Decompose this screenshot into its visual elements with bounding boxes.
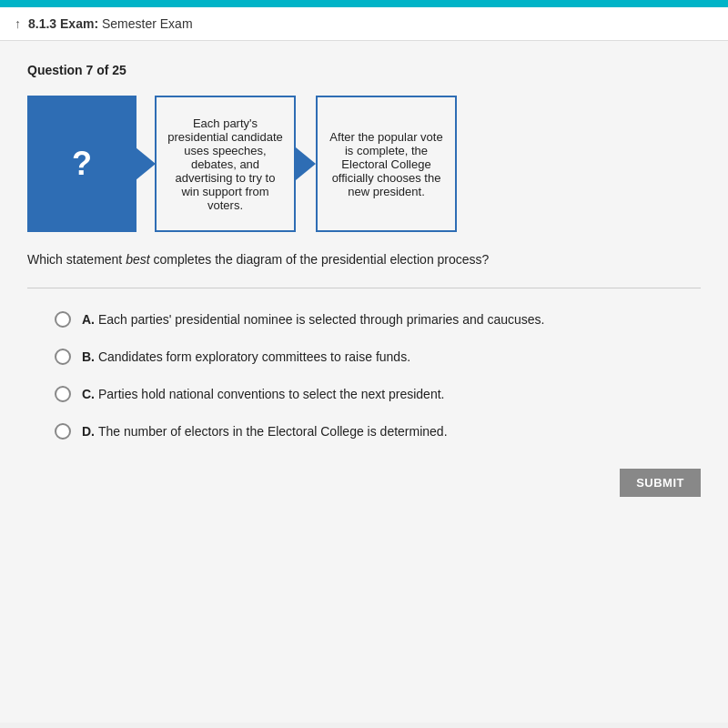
options-list: A. Each parties' presidential nominee is… — [27, 310, 701, 441]
diagram-box-middle: Each party's presidential candidate uses… — [155, 96, 296, 232]
question-label: Question 7 of 25 — [27, 63, 701, 77]
option-a[interactable]: A. Each parties' presidential nominee is… — [55, 310, 701, 329]
option-d[interactable]: D. The number of electors in the Elector… — [55, 422, 701, 441]
option-c[interactable]: C. Parties hold national conventions to … — [55, 385, 701, 404]
radio-b[interactable] — [55, 349, 71, 365]
option-b[interactable]: B. Candidates form exploratory committee… — [55, 348, 701, 367]
back-icon: ↑ — [15, 16, 21, 31]
top-bar — [0, 0, 728, 7]
radio-d[interactable] — [55, 423, 71, 440]
header-title: 8.1.3 Exam: Semester Exam — [28, 16, 193, 31]
question-text: Which statement best completes the diagr… — [27, 250, 701, 269]
option-b-text: B. Candidates form exploratory committee… — [82, 348, 410, 367]
content-area: Question 7 of 25 ? Each party's presiden… — [0, 41, 728, 723]
diagram-box-right: After the popular vote is complete, the … — [316, 96, 457, 232]
radio-a[interactable] — [55, 311, 71, 328]
diagram: ? Each party's presidential candidate us… — [27, 96, 701, 232]
option-c-text: C. Parties hold national conventions to … — [82, 385, 444, 404]
diagram-box-question: ? — [27, 96, 136, 232]
submit-button[interactable]: SUBMIT — [620, 469, 701, 497]
arrow-2 — [296, 147, 316, 180]
divider — [27, 288, 701, 288]
header: ↑ 8.1.3 Exam: Semester Exam — [0, 7, 728, 41]
submit-area: SUBMIT — [27, 469, 701, 497]
option-a-text: A. Each parties' presidential nominee is… — [82, 310, 545, 329]
option-d-text: D. The number of electors in the Elector… — [82, 422, 448, 441]
radio-c[interactable] — [55, 386, 71, 402]
arrow-1 — [136, 147, 156, 180]
